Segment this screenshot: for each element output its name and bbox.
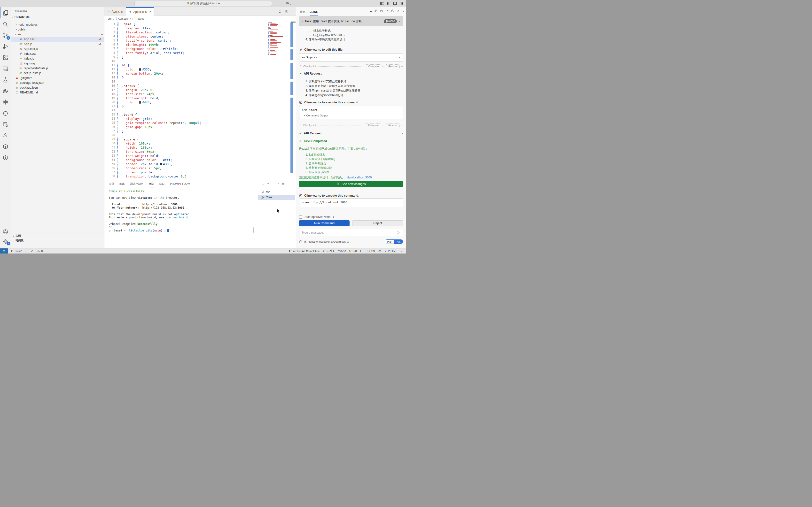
restore-button[interactable]: Restore [386, 64, 400, 68]
breadcrumb-.game[interactable]: ❴❵ .game [132, 17, 145, 20]
compare-button[interactable]: Compare [366, 64, 381, 68]
leaf-icon[interactable] [0, 152, 11, 163]
search-input[interactable]: [扩展开发宿主] tictactoe [134, 1, 272, 6]
tree-item-.gitignore[interactable]: ◆.gitignore [11, 75, 104, 80]
code-line-15[interactable]: 15 [104, 80, 272, 84]
edit-file-dropdown[interactable]: src/App.css [299, 53, 403, 61]
code-line-17[interactable]: 17 margin: 20px 0; [104, 88, 272, 92]
new-terminal-icon[interactable]: + [262, 182, 264, 186]
code-editor[interactable]: 1.game {2 display: flex;3 flex-direction… [104, 21, 296, 180]
code-line-27[interactable]: 27} [104, 129, 272, 133]
customize-layout-icon[interactable] [380, 1, 384, 6]
explorer-icon[interactable] [0, 7, 11, 18]
code-line-19[interactable]: 19 font-weight: bold; [104, 96, 272, 100]
language-mode[interactable]: {}CSS [367, 249, 375, 252]
task-header[interactable]: Task: 使用 React 技术实现 Tic Tac Toe 游戏 $0.00… [299, 16, 403, 26]
tab-cline[interactable]: CLINE [310, 10, 318, 15]
split-editor-icon[interactable] [285, 9, 288, 13]
usage-icon[interactable] [374, 9, 378, 13]
panel-tab-输出[interactable]: 输出 [119, 180, 125, 187]
code-line-11[interactable]: 11h1 { [104, 63, 272, 67]
terminal-instance-Cline[interactable]: Cline [258, 195, 295, 200]
settings-icon[interactable]: 1 [0, 236, 11, 246]
maximize-panel-icon[interactable] [277, 183, 279, 185]
tree-item-README.md[interactable]: ⓘREADME.md [11, 90, 104, 95]
cursor-position[interactable]: 行 1, 列 1 [323, 249, 334, 253]
code-line-32[interactable]: 32 font-size: 36px; [104, 150, 272, 154]
popout-icon[interactable] [385, 9, 389, 13]
account-icon[interactable] [0, 227, 11, 236]
code-line-29[interactable]: 29.square { [104, 137, 272, 142]
code-line-13[interactable]: 13 margin-bottom: 20px; [104, 71, 272, 75]
act-option[interactable]: Act [394, 240, 403, 243]
code-line-28[interactable]: 28 [104, 133, 272, 137]
code-line-21[interactable]: 21} [104, 104, 272, 108]
close-tab-icon[interactable]: × [149, 10, 151, 13]
prettier-item[interactable]: ✓Prettier [385, 249, 396, 252]
code-line-16[interactable]: 16.status { [104, 84, 272, 88]
code-line-12[interactable]: 12 color: #333; [104, 67, 272, 71]
tree-item-public[interactable]: public [11, 27, 104, 32]
code-line-36[interactable]: 36 border-radius: 5px; [104, 166, 272, 170]
code-line-26[interactable]: 26 grid-gap: 10px; [104, 125, 272, 129]
cline-robot-icon[interactable] [285, 1, 291, 6]
message-input[interactable] [302, 231, 397, 234]
new-task-icon[interactable]: + [370, 10, 372, 13]
code-line-37[interactable]: 37 cursor: pointer; [104, 170, 272, 174]
code-line-14[interactable]: 14} [104, 75, 272, 80]
sidebar-section-outline[interactable]: 大纲 [11, 233, 104, 238]
search-icon[interactable] [0, 18, 11, 30]
account-icon[interactable] [391, 9, 394, 13]
remote-indicator[interactable]: >< [0, 248, 8, 254]
tree-item-App.test.js[interactable]: JSApp.test.js [11, 47, 104, 51]
sidebar-section-timeline[interactable]: 时间线 [11, 238, 104, 243]
tree-item-setupTests.js[interactable]: JSsetupTests.js [11, 71, 104, 75]
editor-more-icon[interactable]: ··· [291, 10, 294, 13]
project-root[interactable]: TICTACTOE [11, 14, 104, 19]
terminal-dropdown-icon[interactable] [267, 182, 269, 184]
indentation[interactable]: 空格: 2 [337, 249, 346, 253]
panel-tab-PROMPT FLOW[interactable]: PROMPT FLOW [170, 180, 190, 187]
tree-item-node_modules[interactable]: node_modules [11, 22, 104, 27]
code-line-7[interactable]: 7 background-color: #f5f5f5; [104, 47, 272, 51]
source-control-icon[interactable]: 2 [0, 30, 11, 41]
code-line-6[interactable]: 6 min-height: 100vh; [104, 43, 272, 47]
api-request-row-2[interactable]: ✓ API Request [299, 131, 403, 135]
tree-item-reportWebVitals.js[interactable]: JSreportWebVitals.js [11, 66, 104, 71]
encoding[interactable]: UTF-8 [349, 249, 357, 252]
terminal-output[interactable]: Compiled successfully! You can now view … [109, 190, 191, 232]
model-status[interactable]: AzureOpenAI: Completion [288, 249, 320, 252]
panel-tab-端口[interactable]: 端口 [159, 180, 165, 187]
plan-act-toggle[interactable]: Plan Act [385, 239, 403, 244]
code-line-35[interactable]: 35 border: 2px solid #333; [104, 162, 272, 166]
toggle-panel-icon[interactable] [393, 1, 397, 6]
code-line-33[interactable]: 33 font-weight: bold; [104, 154, 272, 158]
auto-approve-checkbox[interactable] [299, 216, 302, 219]
code-line-30[interactable]: 30 width: 100px; [104, 142, 272, 146]
panel-tab-终端[interactable]: 终端 [149, 180, 154, 187]
run-debug-icon[interactable] [0, 41, 11, 52]
close-task-icon[interactable]: × [399, 19, 401, 23]
history-icon[interactable] [380, 9, 383, 13]
tab-chat[interactable]: 聊天 [300, 10, 305, 15]
more-actions-icon[interactable]: ··· [97, 7, 101, 14]
auto-approve-row[interactable]: Auto-approve: None [299, 215, 403, 219]
code-line-1[interactable]: 1.game { [104, 22, 272, 26]
tree-item-src[interactable]: src [11, 32, 104, 37]
panel-tab-问题[interactable]: 问题 [109, 180, 114, 187]
code-line-3[interactable]: 3 flex-direction: column; [104, 30, 272, 35]
editor-tab-App.css[interactable]: #App.cssM× [126, 7, 154, 16]
container-icon[interactable] [0, 141, 11, 152]
camera-icon[interactable] [304, 240, 307, 243]
breadcrumb-src[interactable]: src [108, 17, 111, 20]
tree-item-logo.svg[interactable]: ◳logo.svg [11, 61, 104, 66]
see-new-changes-button[interactable]: See new changes [299, 181, 403, 187]
compare-button[interactable]: Compare [366, 123, 381, 127]
tree-item-App.js[interactable]: JSApp.jsM [11, 42, 104, 47]
command-output-toggle[interactable]: Command Output [302, 114, 400, 117]
editor-tab-App.js[interactable]: JSApp.jsM [104, 7, 126, 16]
docker-icon[interactable] [0, 85, 11, 96]
editor-scrollbar[interactable] [291, 21, 295, 22]
restore-button[interactable]: Restore [386, 123, 400, 127]
breadcrumb[interactable]: src# App.css❴❵ .game [104, 16, 296, 21]
